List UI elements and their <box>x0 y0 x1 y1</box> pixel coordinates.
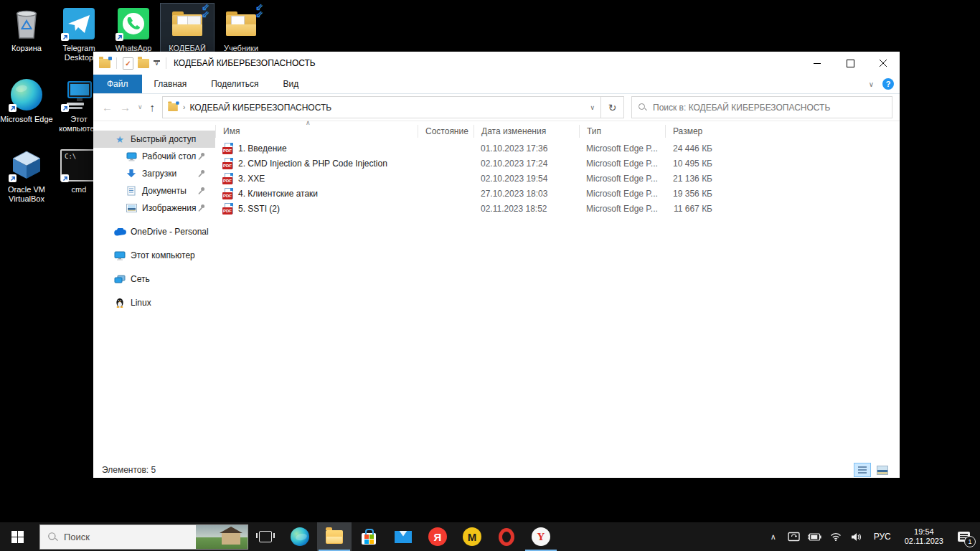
desktop: Корзина Telegram Desktop WhatsApp <box>0 0 980 551</box>
desktop-icon-label: Oracle VM VirtualBox <box>0 185 53 204</box>
taskbar-mail[interactable] <box>386 522 420 551</box>
action-center-button[interactable]: 1 <box>953 522 974 551</box>
desktop-icon-recycle-bin[interactable]: Корзина <box>0 4 53 55</box>
ribbon-collapse-icon[interactable]: ∨ <box>869 80 874 88</box>
file-modified: 02.10.2023 19:54 <box>473 174 579 184</box>
file-row[interactable]: PDF2. CMD Injection & PHP Code Injection… <box>215 156 892 171</box>
desktop-icon-whatsapp[interactable]: WhatsApp <box>107 4 160 55</box>
sidebar-item-quick-access[interactable]: ★ Быстрый доступ <box>93 131 215 148</box>
column-header-name[interactable]: Имя <box>215 125 418 138</box>
breadcrumb[interactable]: КОДЕБАЙ КИБЕРБЕЗОПАСНОСТЬ <box>189 103 585 113</box>
file-row[interactable]: PDF4. Клиентские атаки 27.10.2023 18:03 … <box>215 186 892 201</box>
windows-logo-icon <box>11 531 24 543</box>
compressed-overlay-icon: ⇙⇙ <box>202 4 209 18</box>
taskbar-edge[interactable] <box>283 522 317 551</box>
title-bar: ✓ ∨ КОДЕБАЙ КИБЕРБЕЗОПАСНОСТЬ <box>93 52 900 75</box>
tab-home[interactable]: Главная <box>142 75 199 93</box>
hidden-icons-chevron[interactable]: ∧ <box>765 522 781 551</box>
recent-locations-icon[interactable]: ∨ <box>138 103 143 110</box>
address-folder-icon <box>168 103 178 111</box>
mail-icon <box>395 531 412 543</box>
sidebar-item-this-pc[interactable]: Этот компьютер <box>93 247 215 264</box>
virtualbox-icon <box>0 146 53 184</box>
sidebar-item-onedrive[interactable]: OneDrive - Personal <box>93 223 215 240</box>
sidebar-item-downloads[interactable]: Загрузки <box>93 165 215 182</box>
column-header-modified[interactable]: Дата изменения <box>473 125 579 138</box>
telegram-icon <box>52 5 105 42</box>
tab-view[interactable]: Вид <box>270 75 311 93</box>
taskbar-yandex-app[interactable]: Я <box>420 522 455 551</box>
maximize-button[interactable] <box>834 52 867 75</box>
tray-date: 02.11.2023 <box>905 537 943 545</box>
file-explorer-icon <box>326 530 343 544</box>
battery-icon[interactable] <box>807 522 823 551</box>
pdf-file-icon: PDF <box>222 203 234 215</box>
display-cast-icon[interactable] <box>786 522 802 551</box>
address-dropdown-icon[interactable]: ∨ <box>590 104 596 111</box>
sidebar-item-desktop[interactable]: Рабочий стол <box>93 148 215 165</box>
new-folder-icon[interactable] <box>138 59 149 68</box>
taskbar-m-app[interactable]: M <box>455 522 489 551</box>
address-bar[interactable]: › КОДЕБАЙ КИБЕРБЕЗОПАСНОСТЬ ∨ <box>162 96 601 118</box>
file-row[interactable]: PDF1. Введение 01.10.2023 17:36 Microsof… <box>215 141 892 156</box>
column-header-size[interactable]: Размер <box>665 125 717 138</box>
file-list: ∧ Имя Состояние Дата изменения Тип Разме… <box>215 121 892 462</box>
desktop-icon-kodebay[interactable]: PDF ⇙⇙ КОДЕБАЙ <box>161 4 214 55</box>
up-icon[interactable]: ↑ <box>150 101 156 113</box>
quick-access-toolbar: ✓ ∨ <box>99 57 168 70</box>
edge-icon <box>0 76 53 113</box>
sidebar-item-network[interactable]: Сеть <box>93 270 215 288</box>
column-header-status[interactable]: Состояние <box>418 125 473 138</box>
ribbon-tabs: Файл Главная Поделиться Вид ∨ ? <box>93 75 900 94</box>
customize-toolbar-icon[interactable]: ∨ <box>154 60 160 66</box>
close-button[interactable] <box>867 52 900 75</box>
compressed-overlay-icon: ⇙⇙ <box>255 4 263 18</box>
desktop-icon-uchebniki[interactable]: PDF ⇙⇙ Учебники <box>215 4 268 55</box>
details-view-button[interactable] <box>854 463 871 477</box>
folder-pdf-icon: PDF ⇙⇙ <box>215 5 268 42</box>
clock[interactable]: 19:54 02.11.2023 <box>900 527 948 546</box>
taskbar-microsoft-store[interactable] <box>352 522 386 551</box>
language-indicator[interactable]: РУС <box>870 532 895 542</box>
back-icon[interactable]: ← <box>102 101 113 113</box>
start-button[interactable] <box>0 522 34 551</box>
desktop-icon-virtualbox[interactable]: Oracle VM VirtualBox <box>0 145 53 205</box>
taskbar-search-input[interactable]: Поиск <box>39 524 248 550</box>
column-headers: ∧ Имя Состояние Дата изменения Тип Разме… <box>215 122 892 141</box>
sidebar-item-pictures[interactable]: Изображения <box>93 199 215 217</box>
whatsapp-icon <box>107 5 160 42</box>
thumbnails-view-button[interactable] <box>874 463 891 477</box>
shortcut-overlay-icon <box>61 104 69 112</box>
taskbar-yandex-browser[interactable]: Y <box>524 522 558 551</box>
file-size: 21 136 КБ <box>665 174 717 184</box>
tray-time: 19:54 <box>914 527 934 536</box>
pin-icon <box>197 187 205 197</box>
desktop-icon-edge[interactable]: Microsoft Edge <box>0 75 53 126</box>
sidebar-item-documents[interactable]: Документы <box>93 182 215 199</box>
properties-icon[interactable]: ✓ <box>123 57 133 70</box>
forward-icon[interactable]: → <box>120 101 131 113</box>
microsoft-store-icon <box>362 533 376 545</box>
tab-share[interactable]: Поделиться <box>199 75 270 93</box>
help-button[interactable]: ? <box>882 78 894 90</box>
volume-icon[interactable] <box>849 522 864 551</box>
bing-daily-image[interactable] <box>196 525 248 549</box>
minimize-button[interactable] <box>801 52 834 75</box>
sidebar-item-linux[interactable]: Linux <box>93 294 215 311</box>
column-header-type[interactable]: Тип <box>579 125 665 138</box>
file-modified: 02.11.2023 18:52 <box>473 204 579 214</box>
search-input[interactable]: Поиск в: КОДЕБАЙ КИБЕРБЕЗОПАСНОСТЬ <box>631 96 892 118</box>
edge-icon <box>291 527 309 546</box>
linux-penguin-icon <box>113 298 126 308</box>
yandex-app-icon: Я <box>428 527 447 546</box>
tab-file[interactable]: Файл <box>93 75 142 93</box>
taskbar-file-explorer[interactable] <box>317 522 352 551</box>
wifi-icon[interactable] <box>828 522 844 551</box>
thumbnails-view-icon <box>877 466 888 475</box>
task-view-button[interactable] <box>248 522 283 551</box>
taskbar-opera[interactable] <box>489 522 524 551</box>
file-row[interactable]: PDF5. SSTI (2) 02.11.2023 18:52 Microsof… <box>215 201 892 216</box>
breadcrumb-separator: › <box>183 103 185 111</box>
refresh-button[interactable]: ↻ <box>601 96 624 118</box>
file-row[interactable]: PDF3. XXE 02.10.2023 19:54 Microsoft Edg… <box>215 171 892 186</box>
